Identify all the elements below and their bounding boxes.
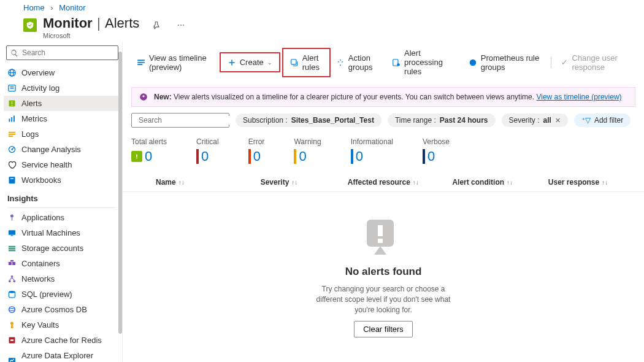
summary-verbose[interactable]: Verbose0 xyxy=(423,137,450,164)
nav-item-azure-cache-for-redis[interactable]: Azure Cache for Redis xyxy=(4,333,120,348)
more-button[interactable]: ⋯ xyxy=(174,18,188,33)
col-severity[interactable]: Severity↑↓ xyxy=(261,178,348,187)
action-groups-icon xyxy=(336,58,345,67)
svg-rect-14 xyxy=(9,136,13,137)
svg-line-33 xyxy=(10,278,12,280)
sidebar-search[interactable] xyxy=(6,45,118,60)
add-filter-button[interactable]: ⁺▽ Add filter xyxy=(574,114,631,127)
nav-item-key-vaults[interactable]: Key Vaults xyxy=(4,317,120,333)
nav-item-alerts[interactable]: Alerts xyxy=(4,96,120,111)
svg-rect-62 xyxy=(378,239,383,243)
vm-icon xyxy=(7,228,17,237)
close-icon[interactable]: ✕ xyxy=(555,117,561,125)
prometheus-icon xyxy=(469,58,477,67)
alert-icon xyxy=(7,99,17,108)
nav-item-applications[interactable]: Applications xyxy=(4,210,120,225)
summary-warning[interactable]: Warning0 xyxy=(294,137,321,164)
timeline-icon xyxy=(137,58,145,67)
plus-icon xyxy=(228,58,236,67)
nav-item-overview[interactable]: Overview xyxy=(4,65,120,80)
table-header: Name↑↓ Severity↑↓ Affected resource↑↓ Al… xyxy=(123,173,644,192)
prometheus-button[interactable]: Prometheus rule groups xyxy=(463,50,546,75)
svg-rect-61 xyxy=(378,225,383,236)
sql-icon xyxy=(7,290,17,299)
col-resource[interactable]: Affected resource↑↓ xyxy=(348,178,453,187)
filter-bar: Subscription : Sites_Base_Portal_Test Ti… xyxy=(123,112,644,134)
nav-item-workbooks[interactable]: Workbooks xyxy=(4,172,120,188)
filter-icon: ⁺▽ xyxy=(581,116,591,125)
svg-point-38 xyxy=(10,322,13,325)
clear-filters-button[interactable]: Clear filters xyxy=(354,321,413,337)
nav-item-sql-preview-[interactable]: SQL (preview) xyxy=(4,287,120,302)
svg-rect-29 xyxy=(10,260,13,262)
change-user-response-button: ✓ Change user response xyxy=(556,50,635,75)
container-icon xyxy=(7,259,17,268)
nav-item-activity-log[interactable]: Activity log xyxy=(4,80,120,96)
storage-icon xyxy=(7,244,17,253)
svg-rect-39 xyxy=(11,325,13,329)
nav-item-azure-data-explorer-clusters[interactable]: Azure Data Explorer Clusters xyxy=(4,348,120,362)
nav-item-metrics[interactable]: Metrics xyxy=(4,111,120,126)
svg-rect-50 xyxy=(137,64,142,65)
svg-line-34 xyxy=(12,278,15,280)
page-subtitle: Alerts xyxy=(105,15,139,31)
svg-rect-19 xyxy=(10,178,13,179)
col-condition[interactable]: Alert condition↑↓ xyxy=(452,178,548,187)
svg-rect-25 xyxy=(9,248,15,250)
nav-item-service-health[interactable]: Service health xyxy=(4,157,120,172)
summary-total-alerts[interactable]: Total alerts0 xyxy=(131,137,167,164)
scrollbar[interactable] xyxy=(118,52,122,334)
svg-rect-18 xyxy=(9,177,15,183)
svg-point-37 xyxy=(9,309,15,311)
breadcrumb-current[interactable]: Monitor xyxy=(59,3,85,12)
breadcrumb-home[interactable]: Home xyxy=(23,3,45,12)
nav-section-insights: Insights xyxy=(4,188,120,206)
svg-rect-59 xyxy=(136,158,137,159)
alerts-search-input[interactable] xyxy=(139,116,231,125)
svg-rect-26 xyxy=(9,250,15,252)
alert-rules-button[interactable]: Alert rules xyxy=(285,50,328,75)
alerts-search[interactable] xyxy=(131,113,229,128)
svg-point-17 xyxy=(11,148,13,150)
filter-subscription[interactable]: Subscription : Sites_Base_Portal_Test xyxy=(236,114,381,127)
action-groups-button[interactable]: Action groups xyxy=(331,50,386,75)
toolbar: View as timeline (preview) Create ⌄ Al xyxy=(123,42,644,83)
filter-severity[interactable]: Severity : all ✕ xyxy=(502,114,568,127)
svg-point-31 xyxy=(9,280,11,282)
svg-rect-21 xyxy=(12,218,12,221)
svg-rect-58 xyxy=(136,155,137,157)
col-response[interactable]: User response↑↓ xyxy=(548,178,635,187)
workbook-icon xyxy=(7,175,17,185)
summary-informational[interactable]: Informational0 xyxy=(351,137,393,164)
empty-illustration xyxy=(356,217,411,260)
summary-cards: Total alerts0Critical0Error0Warning0Info… xyxy=(123,134,644,173)
sidebar-search-input[interactable] xyxy=(22,48,114,57)
sparkle-icon xyxy=(139,93,148,101)
svg-rect-42 xyxy=(10,339,13,341)
svg-point-56 xyxy=(470,59,477,66)
logs-icon xyxy=(7,129,17,139)
svg-rect-49 xyxy=(137,61,145,63)
nav-item-storage-accounts[interactable]: Storage accounts xyxy=(4,241,120,256)
view-timeline-button[interactable]: View as timeline (preview) xyxy=(131,50,220,75)
summary-critical[interactable]: Critical0 xyxy=(196,137,219,164)
svg-rect-28 xyxy=(12,262,15,265)
filter-time[interactable]: Time range : Past 24 hours xyxy=(388,114,496,127)
summary-error[interactable]: Error0 xyxy=(248,137,265,164)
nav-item-networks[interactable]: Networks xyxy=(4,271,120,287)
banner-link[interactable]: View as timeline (preview) xyxy=(536,93,621,101)
nav-item-logs[interactable]: Logs xyxy=(4,126,120,142)
nav-item-azure-cosmos-db[interactable]: Azure Cosmos DB xyxy=(4,302,120,317)
svg-rect-11 xyxy=(13,116,15,122)
info-banner: New: View alerts visualized on a timelin… xyxy=(131,87,635,107)
nav-item-virtual-machines[interactable]: Virtual Machines xyxy=(4,225,120,241)
processing-icon xyxy=(392,58,401,67)
col-name[interactable]: Name↑↓ xyxy=(156,178,261,187)
pin-button[interactable] xyxy=(149,18,164,33)
nav-item-containers[interactable]: Containers xyxy=(4,256,120,271)
create-button[interactable]: Create ⌄ xyxy=(222,55,278,70)
dataexp-icon xyxy=(7,356,17,363)
nav-item-change-analysis[interactable]: Change Analysis xyxy=(4,142,120,157)
alert-processing-button[interactable]: Alert processing rules xyxy=(386,45,463,79)
svg-point-30 xyxy=(11,275,13,278)
